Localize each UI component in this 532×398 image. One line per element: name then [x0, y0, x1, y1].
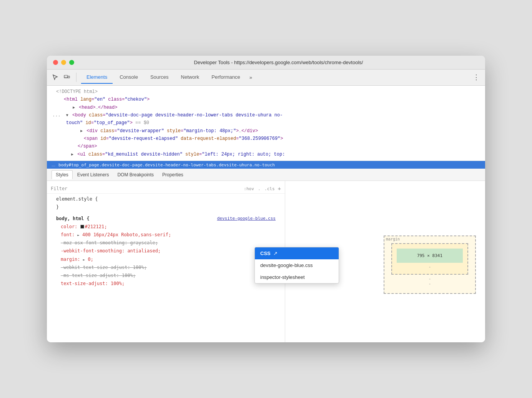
toolbar-icons [51, 73, 76, 82]
dom-line-body-outer[interactable]: ... <body class="devsite-doc-page devsit… [47, 111, 485, 119]
body-arrow[interactable] [65, 112, 70, 119]
dom-line-doctype: <!DOCTYPE html> [47, 88, 485, 96]
main-content: <!DOCTYPE html> <html lang="en" class="c… [47, 86, 485, 343]
filter-cls-button[interactable]: .cls [264, 186, 275, 191]
styles-tab-event-listeners[interactable]: Event Listeners [73, 171, 113, 179]
styles-tabs: Styles Event Listeners DOM Breakpoints P… [47, 169, 485, 181]
window-title: Developer Tools - https://developers.goo… [78, 60, 479, 65]
box-margin: margin 795 × 8341 - - - [384, 235, 476, 294]
css-source-dropdown: CSS ↗ devsite-google-blue.css inspector-… [254, 247, 339, 284]
box-content: 795 × 8341 [397, 249, 463, 263]
dom-panel: <!DOCTYPE html> <html lang="en" class="c… [47, 86, 485, 161]
dom-line-div[interactable]: <div class="devsite-wrapper" style="marg… [47, 127, 485, 135]
traffic-lights [53, 60, 74, 65]
css-ms-text-size-line: -ms-text-size-adjust: 100%; [52, 272, 280, 280]
styles-left-panel: Filter :hov . .cls + element.style { } [47, 181, 285, 342]
dom-line-ul[interactable]: <ul class="kd_menulist devsite-hidden" s… [47, 151, 485, 158]
filter-pseudo-states[interactable]: :hov [244, 186, 254, 191]
styles-tab-dom-breakpoints[interactable]: DOM Breakpoints [113, 171, 158, 179]
div-arrow[interactable] [79, 128, 84, 134]
dom-line-body-cont: touch" id="top_of_page"> == $0 [47, 119, 485, 127]
filter-bar: Filter :hov . .cls + [47, 184, 285, 194]
titlebar: Developer Tools - https://developers.goo… [47, 56, 485, 70]
cursor-icon: ↗ [273, 250, 278, 256]
css-font-line: font: ► 400 16px/24px Roboto,sans-serif; [52, 231, 280, 239]
body-html-selector: body, html { [56, 215, 90, 222]
box-padding-bottom: - [397, 264, 463, 269]
css-moz-line: -moz-osx-font-smoothing: grayscale; [52, 239, 280, 247]
box-model-panel: margin 795 × 8341 - - - [384, 235, 476, 294]
maximize-button[interactable] [69, 60, 74, 65]
breadcrumb-bar: ... body#top_of_page.devsite-doc-page.de… [47, 161, 485, 169]
head-arrow[interactable] [71, 104, 76, 111]
body-html-rule: body, html { devsite-google-blue.css col… [47, 213, 285, 290]
ul-arrow[interactable] [70, 151, 75, 158]
box-dimensions: 795 × 8341 [400, 253, 460, 258]
dropdown-item-inspector[interactable]: inspector-stylesheet [255, 271, 339, 283]
css-color-line: color: #212121; [52, 223, 280, 231]
close-button[interactable] [53, 60, 58, 65]
more-tabs-button[interactable]: » [247, 71, 254, 83]
svg-rect-1 [68, 76, 70, 78]
dom-line-head[interactable]: <head>…</head> [47, 104, 485, 111]
dom-line-span-close: </span> [47, 143, 485, 150]
devtools-toolbar: Elements Console Sources Network Perform… [47, 70, 485, 86]
tab-network[interactable]: Network [176, 71, 205, 84]
box-border: 795 × 8341 - [391, 243, 468, 275]
styles-tab-properties[interactable]: Properties [158, 171, 187, 179]
dropdown-item-css[interactable]: CSS ↗ [255, 247, 339, 259]
dom-line-span[interactable]: <span id="devsite-request-elapsed" data-… [47, 135, 485, 143]
box-extra: - [391, 281, 468, 286]
tab-elements[interactable]: Elements [81, 71, 113, 84]
element-style-rule: element.style { } [47, 194, 285, 213]
css-source-link[interactable]: devsite-google-blue.css [217, 215, 276, 222]
tab-performance[interactable]: Performance [206, 71, 245, 84]
css-margin-line: margin: ► 0; [52, 255, 280, 264]
color-swatch [80, 225, 84, 229]
dropdown-item-devsite-css[interactable]: devsite-google-blue.css [255, 259, 339, 271]
filter-label: Filter [51, 186, 67, 191]
devtools-window: Developer Tools - https://developers.goo… [47, 56, 485, 343]
css-webkit-text-size-line: -webkit-text-size-adjust: 100%; [52, 264, 280, 272]
inspect-element-icon[interactable] [51, 73, 60, 82]
breadcrumb-text: body#top_of_page.devsite-doc-page.devsit… [58, 163, 275, 167]
device-toolbar-icon[interactable] [62, 73, 71, 82]
svg-rect-0 [64, 75, 68, 78]
filter-add-button[interactable]: + [278, 186, 281, 192]
styles-tab-styles[interactable]: Styles [52, 170, 73, 179]
css-text-size-line: text-size-adjust: 100%; [52, 280, 280, 288]
element-style-selector: element.style { [56, 196, 98, 202]
minimize-button[interactable] [61, 60, 66, 65]
tab-console[interactable]: Console [114, 71, 143, 84]
box-margin-bottom: - [391, 276, 468, 281]
dom-line-html[interactable]: <html lang="en" class="chekov"> [47, 96, 485, 103]
more-options-button[interactable]: ⋮ [471, 73, 481, 81]
tab-sources[interactable]: Sources [145, 71, 174, 84]
css-webkit-smoothing-line: -webkit-font-smoothing: antialiased; [52, 247, 280, 255]
